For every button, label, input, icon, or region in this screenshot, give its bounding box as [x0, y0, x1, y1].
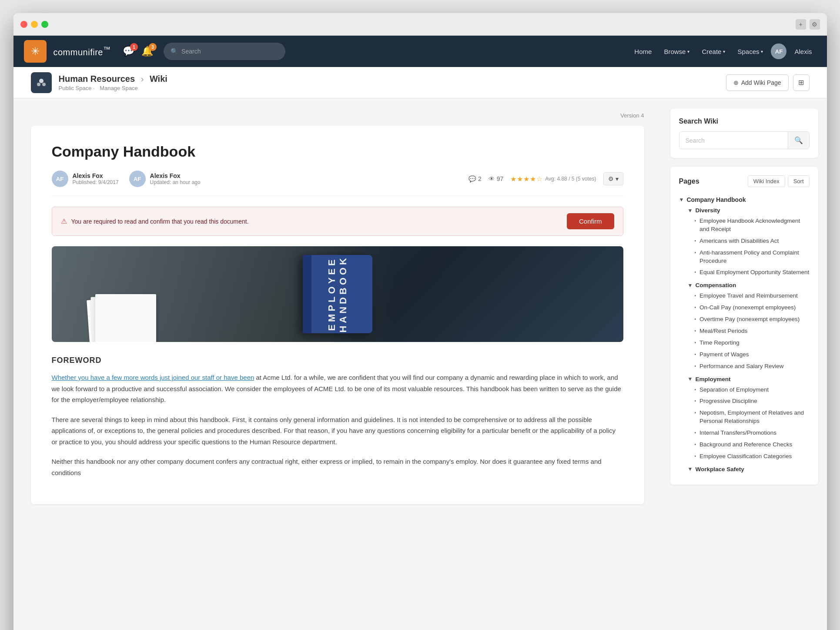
comments-stat[interactable]: 💬 2 — [469, 175, 482, 182]
options-button[interactable]: ⚙ ▾ — [603, 172, 623, 185]
search-wiki-button[interactable]: 🔍 — [788, 132, 809, 149]
public-space-label: Public Space — [59, 85, 92, 91]
author2-info: Alexis Fox Updated: an hour ago — [150, 172, 201, 185]
messages-badge: 1 — [130, 43, 138, 51]
comments-icon: 💬 — [469, 175, 476, 182]
top-navigation: ✳ communifire™ 💬 1 🔔 3 🔍 Home Browse ▾ C… — [13, 36, 827, 67]
alert-message: You are required to read and confirm tha… — [71, 218, 249, 225]
list-item[interactable]: •Anti-harassment Policy and Complaint Pr… — [695, 247, 810, 267]
minimize-button[interactable] — [31, 21, 38, 28]
list-item[interactable]: •Employee Classification Categories — [695, 451, 810, 462]
tree-compensation: ▼ Compensation •Employee Travel and Reim… — [688, 280, 810, 372]
rating-text: Avg: 4.88 / 5 (5 votes) — [545, 176, 596, 182]
close-button[interactable] — [20, 21, 27, 28]
rating-block[interactable]: ★★★★☆ Avg: 4.88 / 5 (5 votes) — [510, 175, 596, 183]
bullet-icon: • — [695, 352, 696, 358]
notebook-spine — [303, 255, 311, 333]
add-tab-button[interactable]: + — [796, 19, 806, 30]
list-item[interactable]: •Overtime Pay (nonexempt employees) — [695, 314, 810, 325]
root-label: Company Handbook — [686, 196, 746, 203]
list-item[interactable]: •Performance and Salary Review — [695, 361, 810, 372]
tree-compensation-label[interactable]: ▼ Compensation — [688, 280, 810, 290]
bullet-icon: • — [695, 442, 696, 448]
global-search-input[interactable] — [181, 48, 278, 55]
list-item[interactable]: •Time Reporting — [695, 337, 810, 349]
views-stat: 👁 97 — [489, 175, 504, 182]
foreword-title: FOREWORD — [52, 356, 623, 365]
bullet-icon: • — [695, 340, 696, 346]
alert-text: ⚠ You are required to read and confirm t… — [61, 217, 249, 225]
tree-workplace-safety-label[interactable]: ▼ Workplace Safety — [688, 464, 810, 474]
svg-point-1 — [37, 83, 40, 86]
page-name[interactable]: Wiki — [150, 74, 167, 84]
list-item[interactable]: •Equal Employment Opportunity Statement — [695, 267, 810, 278]
pages-header: Pages Wiki Index Sort — [679, 175, 810, 187]
notifications-icon[interactable]: 🔔 3 — [141, 46, 153, 57]
list-item[interactable]: •Progressive Discipline — [695, 395, 810, 407]
search-wiki-input[interactable] — [679, 133, 788, 148]
tree-employment: ▼ Employment •Separation of Employment •… — [688, 374, 810, 462]
foreword-link[interactable]: Whether you have a few more words just j… — [52, 374, 254, 381]
list-item[interactable]: •Internal Transfers/Promotions — [695, 427, 810, 439]
foreword-paragraph-1: Whether you have a few more words just j… — [52, 372, 623, 405]
settings-icon[interactable]: ⚙ — [810, 19, 820, 30]
bullet-icon: • — [695, 218, 696, 224]
list-item[interactable]: •Nepotism, Employment of Relatives and P… — [695, 407, 810, 427]
views-count: 97 — [497, 175, 504, 182]
tree-root-label[interactable]: ▼ Company Handbook — [679, 194, 810, 205]
list-item[interactable]: •Employee Travel and Reimbursement — [695, 290, 810, 302]
confirm-button[interactable]: Confirm — [567, 213, 614, 229]
alert-icon: ⚠ — [61, 217, 67, 225]
gear-icon: ⚙ — [608, 175, 614, 182]
list-item[interactable]: •Employee Handbook Acknowledgment and Re… — [695, 215, 810, 235]
fullscreen-button[interactable] — [41, 21, 48, 28]
bullet-icon: • — [695, 387, 696, 393]
bookmark-button[interactable]: ⊞ — [793, 74, 810, 91]
employment-children: •Separation of Employment •Progressive D… — [688, 384, 810, 462]
manage-space-link[interactable]: Manage Space — [100, 85, 137, 91]
tree-employment-label[interactable]: ▼ Employment — [688, 374, 810, 384]
diversity-label: Diversity — [695, 207, 720, 214]
create-caret: ▾ — [723, 49, 725, 54]
browse-menu[interactable]: Browse ▾ — [659, 45, 694, 58]
spaces-menu[interactable]: Spaces ▾ — [733, 45, 767, 58]
user-menu[interactable]: Alexis — [790, 45, 816, 58]
list-item[interactable]: •On-Call Pay (nonexempt employees) — [695, 302, 810, 314]
list-item[interactable]: •Background and Reference Checks — [695, 439, 810, 451]
tree-diversity-label[interactable]: ▼ Diversity — [688, 205, 810, 215]
traffic-lights — [20, 21, 48, 28]
titlebar: + ⚙ — [13, 13, 827, 36]
employment-arrow-icon: ▼ — [688, 376, 693, 382]
comments-count: 2 — [478, 175, 482, 182]
bullet-icon: • — [695, 250, 696, 256]
titlebar-controls: + ⚙ — [796, 19, 820, 30]
tree-workplace-safety: ▼ Workplace Safety — [688, 464, 810, 474]
space-name[interactable]: Human Resources — [59, 74, 135, 84]
list-item[interactable]: •Americans with Disabilities Act — [695, 235, 810, 247]
bullet-icon: • — [695, 316, 696, 322]
logo-icon: ✳ — [31, 45, 40, 57]
user-avatar[interactable]: AF — [771, 44, 786, 59]
sort-button[interactable]: Sort — [788, 175, 810, 187]
author1-avatar: AF — [52, 171, 68, 187]
version-label: Version 4 — [31, 112, 644, 119]
global-search-bar[interactable]: 🔍 — [164, 43, 285, 60]
content-area: Version 4 Company Handbook AF Alexis Fox… — [13, 98, 662, 630]
author1-name[interactable]: Alexis Fox — [73, 172, 119, 179]
wiki-index-button[interactable]: Wiki Index — [748, 175, 785, 187]
svg-point-2 — [42, 83, 46, 86]
messages-icon[interactable]: 💬 1 — [123, 46, 134, 57]
author2-name[interactable]: Alexis Fox — [150, 172, 201, 179]
home-link[interactable]: Home — [630, 45, 656, 58]
list-item[interactable]: •Meal/Rest Periods — [695, 325, 810, 337]
sidebar: Search Wiki 🔍 Pages Wiki Index Sort — [662, 98, 827, 630]
add-wiki-page-button[interactable]: ⊕ Add Wiki Page — [726, 74, 789, 91]
logo[interactable]: ✳ — [24, 40, 47, 63]
breadcrumb-title: Human Resources › Wiki — [59, 74, 167, 84]
main-layout: Version 4 Company Handbook AF Alexis Fox… — [13, 98, 827, 630]
list-item[interactable]: •Payment of Wages — [695, 349, 810, 361]
create-menu[interactable]: Create ▾ — [697, 45, 730, 58]
list-item[interactable]: •Separation of Employment — [695, 384, 810, 396]
compensation-label: Compensation — [695, 282, 736, 288]
browse-caret: ▾ — [687, 49, 689, 54]
